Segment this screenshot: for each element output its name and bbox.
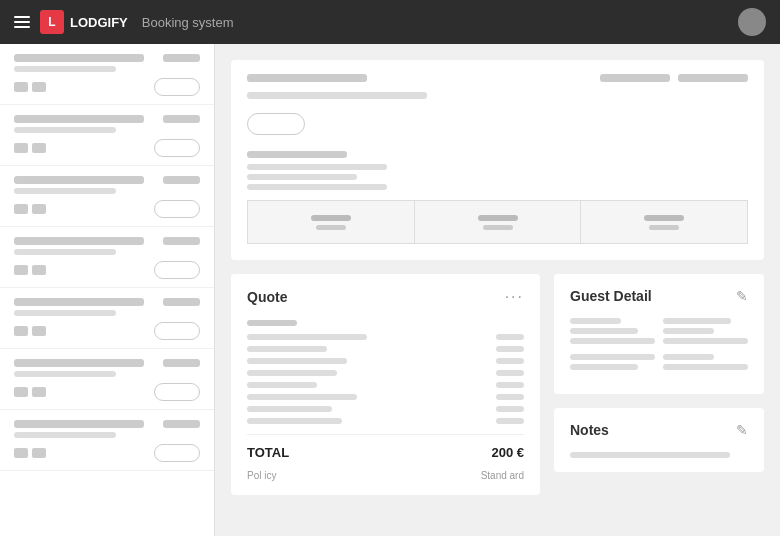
si-action-button[interactable] xyxy=(154,78,200,96)
si-action-button[interactable] xyxy=(154,444,200,462)
details-section: Quote ··· TOTAL 200 € Pol icy xyxy=(231,274,764,495)
total-value: 200 € xyxy=(491,445,524,460)
si-action-button[interactable] xyxy=(154,322,200,340)
sidebar xyxy=(0,44,215,536)
notes-card: Notes ✎ xyxy=(554,408,764,472)
quote-row xyxy=(247,346,524,352)
gl-line xyxy=(663,338,748,344)
si-action-button[interactable] xyxy=(154,261,200,279)
si-badge xyxy=(163,359,200,367)
guest-lines xyxy=(570,318,748,374)
quote-footer-right: Stand ard xyxy=(481,470,524,481)
si-icons xyxy=(14,387,46,397)
quote-section-label xyxy=(247,320,297,326)
gl-line xyxy=(663,354,714,360)
si-action-button[interactable] xyxy=(154,200,200,218)
quote-card-header: Quote ··· xyxy=(247,288,524,306)
booking-tabs xyxy=(247,200,748,244)
sidebar-item[interactable] xyxy=(0,410,214,471)
quote-card: Quote ··· TOTAL 200 € Pol icy xyxy=(231,274,540,495)
sidebar-item[interactable] xyxy=(0,227,214,288)
gl-line xyxy=(570,354,655,360)
booking-title-placeholder xyxy=(247,74,367,82)
quote-row xyxy=(247,394,524,400)
total-label: TOTAL xyxy=(247,445,289,460)
info-line-2 xyxy=(247,174,357,180)
si-icon-1 xyxy=(14,326,28,336)
si-title xyxy=(14,115,144,123)
menu-icon[interactable] xyxy=(14,16,30,28)
tab-1[interactable] xyxy=(247,200,414,244)
si-icons xyxy=(14,82,46,92)
si-icon-1 xyxy=(14,204,28,214)
app-name: LODGIFY xyxy=(70,15,128,30)
main-content: Quote ··· TOTAL 200 € Pol icy xyxy=(215,44,780,536)
guest-row xyxy=(570,318,748,348)
si-action-button[interactable] xyxy=(154,383,200,401)
info-section-1 xyxy=(247,151,748,190)
si-action-button[interactable] xyxy=(154,139,200,157)
sidebar-item[interactable] xyxy=(0,105,214,166)
gl-line xyxy=(570,318,621,324)
gl-line xyxy=(663,318,731,324)
si-icon-1 xyxy=(14,143,28,153)
si-badge xyxy=(163,115,200,123)
si-icon-2 xyxy=(32,448,46,458)
notes-card-title: Notes xyxy=(570,422,609,438)
logo: L LODGIFY xyxy=(40,10,128,34)
booking-subtitle-placeholder xyxy=(247,92,427,99)
sidebar-item[interactable] xyxy=(0,166,214,227)
sidebar-item[interactable] xyxy=(0,44,214,105)
si-icon-1 xyxy=(14,448,28,458)
quote-menu-button[interactable]: ··· xyxy=(505,288,524,306)
booking-tag[interactable] xyxy=(247,113,305,135)
quote-total-row: TOTAL 200 € xyxy=(247,445,524,460)
tab-2-sub xyxy=(483,225,513,230)
tab-3-sub xyxy=(649,225,679,230)
info-title-1 xyxy=(247,151,347,158)
si-title xyxy=(14,359,144,367)
si-subtitle xyxy=(14,310,116,316)
si-subtitle xyxy=(14,66,116,72)
tab-3[interactable] xyxy=(580,200,748,244)
notes-edit-icon[interactable]: ✎ xyxy=(736,422,748,438)
guest-card-title: Guest Detail xyxy=(570,288,652,304)
action-placeholder-1 xyxy=(600,74,670,82)
si-badge xyxy=(163,420,200,428)
right-panel: Guest Detail ✎ xyxy=(554,274,764,495)
app-subtitle: Booking system xyxy=(142,15,234,30)
tab-1-sub xyxy=(316,225,346,230)
si-icon-2 xyxy=(32,143,46,153)
quote-row xyxy=(247,358,524,364)
notes-card-header: Notes ✎ xyxy=(570,422,748,438)
si-icon-2 xyxy=(32,326,46,336)
si-icons xyxy=(14,265,46,275)
tab-2[interactable] xyxy=(414,200,581,244)
si-badge xyxy=(163,237,200,245)
si-title xyxy=(14,298,144,306)
notes-content-line xyxy=(570,452,730,458)
avatar[interactable] xyxy=(738,8,766,36)
action-placeholder-2 xyxy=(678,74,748,82)
si-icons xyxy=(14,326,46,336)
quote-row xyxy=(247,406,524,412)
info-line-1 xyxy=(247,164,387,170)
quote-row xyxy=(247,382,524,388)
si-icon-2 xyxy=(32,204,46,214)
booking-info-card xyxy=(231,60,764,260)
gl-line xyxy=(663,328,714,334)
sidebar-item[interactable] xyxy=(0,288,214,349)
quote-row xyxy=(247,370,524,376)
quote-footer: Pol icy Stand ard xyxy=(247,470,524,481)
gl-left xyxy=(570,318,655,348)
si-icon-1 xyxy=(14,387,28,397)
si-icon-1 xyxy=(14,265,28,275)
sidebar-item[interactable] xyxy=(0,349,214,410)
si-icon-1 xyxy=(14,82,28,92)
guest-edit-icon[interactable]: ✎ xyxy=(736,288,748,304)
quote-divider xyxy=(247,434,524,435)
gl-right xyxy=(663,318,748,348)
gl-left xyxy=(570,354,655,374)
quote-row xyxy=(247,334,524,340)
quote-footer-left: Pol icy xyxy=(247,470,276,481)
